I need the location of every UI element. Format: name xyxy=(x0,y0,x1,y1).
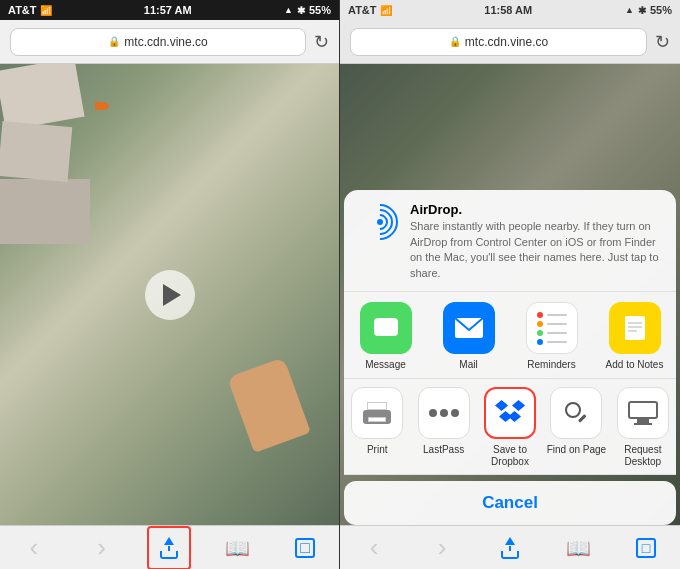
app-label-notes: Add to Notes xyxy=(606,359,664,370)
app-label-mail: Mail xyxy=(459,359,477,370)
rem-dot-2 xyxy=(537,321,543,327)
gps-icon-2: ▲ xyxy=(625,5,634,15)
carrier-1: AT&T xyxy=(8,4,37,16)
url-field-1[interactable]: 🔒 mtc.cdn.vine.co xyxy=(10,28,306,56)
search-circle xyxy=(565,402,581,418)
find-icon xyxy=(550,387,602,439)
gps-icon-1: ▲ xyxy=(284,5,293,15)
share-arrow-2 xyxy=(505,537,515,545)
action-item-lastpass[interactable]: LastPass xyxy=(410,387,476,456)
book-icon: 📖 xyxy=(225,536,250,560)
reminders-icon xyxy=(526,302,578,354)
printer-paper xyxy=(367,402,387,410)
action-item-desktop[interactable]: RequestDesktop xyxy=(610,387,676,468)
hand-shape xyxy=(227,357,311,453)
share-sheet: AirDrop. Share instantly with people nea… xyxy=(340,190,680,525)
forward-button-1[interactable]: › xyxy=(80,526,124,570)
reload-button-2[interactable]: ↻ xyxy=(655,31,670,53)
wifi-icon-2: 📶 xyxy=(380,5,392,16)
back-button-1[interactable]: ‹ xyxy=(12,526,56,570)
reminders-content xyxy=(531,306,573,351)
action-item-print[interactable]: Print xyxy=(344,387,410,456)
message-icon xyxy=(360,302,412,354)
printer-output xyxy=(368,417,386,422)
action-label-find: Find on Page xyxy=(547,444,607,456)
rem-dot-1 xyxy=(537,312,543,318)
action-label-dropbox: Save toDropbox xyxy=(491,444,529,468)
book-icon-2: 📖 xyxy=(566,536,591,560)
url-text-1: mtc.cdn.vine.co xyxy=(124,35,207,49)
monitor-screen xyxy=(628,401,658,419)
back-arrow-icon: ‹ xyxy=(30,532,39,563)
lp-dot-2 xyxy=(440,409,448,417)
airdrop-text-block: AirDrop. Share instantly with people nea… xyxy=(410,202,660,281)
duck-beak xyxy=(95,102,109,110)
airdrop-title: AirDrop. xyxy=(410,202,660,217)
wifi-icon-1: 📶 xyxy=(40,5,52,16)
bookmarks-button-1[interactable]: 📖 xyxy=(215,526,259,570)
app-share-row: Message Mail xyxy=(344,292,676,379)
cancel-button[interactable]: Cancel xyxy=(344,481,676,525)
forward-button-2[interactable]: › xyxy=(420,526,464,570)
bottom-toolbar-2: ‹ › 📖 □ xyxy=(340,525,680,569)
time-2: 11:58 AM xyxy=(484,4,532,16)
print-icon xyxy=(351,387,403,439)
action-item-dropbox[interactable]: Save toDropbox xyxy=(477,387,543,468)
tabs-button-2[interactable]: □ xyxy=(624,526,668,570)
play-triangle-icon xyxy=(163,284,181,306)
reload-button-1[interactable]: ↻ xyxy=(314,31,329,53)
action-item-find[interactable]: Find on Page xyxy=(543,387,609,456)
bookmarks-button-2[interactable]: 📖 xyxy=(556,526,600,570)
url-text-2: mtc.cdn.vine.co xyxy=(465,35,548,49)
search-shape xyxy=(565,402,587,424)
back-button-2[interactable]: ‹ xyxy=(352,526,396,570)
db-diamond-1 xyxy=(495,400,508,411)
content-area-2: AirDrop. Share instantly with people nea… xyxy=(340,64,680,525)
share-stem-shape xyxy=(168,546,170,551)
status-right-1: ▲ ✱ 55% xyxy=(284,4,331,16)
status-bar-2: AT&T 📶 11:58 AM ▲ ✱ 55% xyxy=(340,0,680,20)
url-field-2[interactable]: 🔒 mtc.cdn.vine.co xyxy=(350,28,647,56)
share-button-1[interactable] xyxy=(147,526,191,570)
tabs-button-1[interactable]: □ xyxy=(283,526,327,570)
dropbox-shape xyxy=(495,400,525,426)
back-arrow-icon-2: ‹ xyxy=(370,532,379,563)
search-handle xyxy=(578,414,586,422)
db-diamond-2 xyxy=(512,400,525,411)
duck-shape-1 xyxy=(0,64,85,130)
share-icon xyxy=(159,537,179,559)
rem-line-2 xyxy=(547,323,567,325)
lastpass-icon xyxy=(418,387,470,439)
message-svg xyxy=(372,314,400,342)
rem-row-2 xyxy=(537,321,567,327)
video-area-1 xyxy=(0,64,339,525)
rem-row-1 xyxy=(537,312,567,318)
rem-line-4 xyxy=(547,341,567,343)
app-label-message: Message xyxy=(365,359,406,370)
app-item-reminders[interactable]: Reminders xyxy=(510,302,593,370)
app-item-mail[interactable]: Mail xyxy=(427,302,510,370)
share-button-2[interactable] xyxy=(488,526,532,570)
dropbox-icon xyxy=(484,387,536,439)
phone-2: AT&T 📶 11:58 AM ▲ ✱ 55% 🔒 mtc.cdn.vine.c… xyxy=(340,0,680,569)
lp-dot-3 xyxy=(451,409,459,417)
lock-icon-2: 🔒 xyxy=(449,36,461,47)
share-base-2 xyxy=(501,551,519,559)
play-button-1[interactable] xyxy=(145,270,195,320)
svg-rect-3 xyxy=(625,316,645,340)
app-item-message[interactable]: Message xyxy=(344,302,427,370)
lastpass-dots xyxy=(429,409,459,417)
tabs-icon-2: □ xyxy=(636,538,656,558)
rem-row-3 xyxy=(537,330,567,336)
notes-svg xyxy=(621,314,649,342)
duck-shape-3 xyxy=(0,179,90,244)
app-item-notes[interactable]: Add to Notes xyxy=(593,302,676,370)
mail-svg xyxy=(454,317,484,339)
lock-icon-1: 🔒 xyxy=(108,36,120,47)
action-row: Print LastPass xyxy=(344,379,676,475)
rem-dot-3 xyxy=(537,330,543,336)
rem-line-1 xyxy=(547,314,567,316)
duck-shape-2 xyxy=(0,121,72,182)
rem-dot-4 xyxy=(537,339,543,345)
rem-row-4 xyxy=(537,339,567,345)
